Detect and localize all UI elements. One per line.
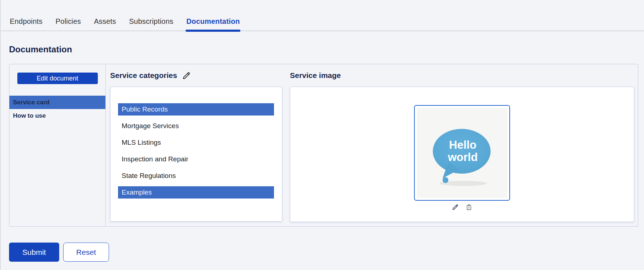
bubble-text-line2: world — [448, 151, 478, 164]
documentation-panel: Edit document Service card How to use Se… — [9, 64, 638, 227]
image-actions — [290, 203, 634, 211]
hello-world-image: Hello world — [417, 108, 507, 198]
category-item-state-regulations[interactable]: State Regulations — [118, 170, 274, 182]
document-list-sidebar: Edit document Service card How to use — [9, 64, 106, 226]
tab-policies[interactable]: Policies — [55, 17, 82, 31]
category-item-examples[interactable]: Examples — [118, 186, 274, 199]
pencil-icon[interactable] — [182, 71, 192, 80]
category-item-mortgage-services[interactable]: Mortgage Services — [118, 120, 274, 132]
category-item-inspection-and-repair[interactable]: Inspection and Repair — [118, 153, 274, 165]
page-title: Documentation — [9, 44, 644, 55]
doc-item-label: Service card — [13, 99, 49, 106]
tab-endpoints[interactable]: Endpoints — [9, 17, 43, 31]
service-image-title: Service image — [290, 71, 341, 80]
tab-documentation[interactable]: Documentation — [186, 17, 240, 31]
category-item-mls-listings[interactable]: MLS Listings — [118, 136, 274, 149]
trash-icon[interactable] — [465, 204, 473, 211]
service-image-thumbnail[interactable]: Hello world — [414, 105, 510, 201]
reset-button[interactable]: Reset — [63, 243, 109, 262]
tab-assets[interactable]: Assets — [93, 17, 117, 31]
submit-button[interactable]: Submit — [9, 243, 59, 262]
doc-item-label: How to use — [13, 112, 46, 119]
tab-bar: Endpoints Policies Assets Subscriptions … — [1, 0, 644, 31]
category-item-public-records[interactable]: Public Records — [118, 103, 274, 116]
service-categories-header: Service categories — [110, 70, 282, 80]
service-categories-title: Service categories — [110, 71, 177, 80]
service-image-header: Service image — [290, 70, 634, 80]
edit-document-button[interactable]: Edit document — [17, 73, 98, 84]
service-image-section: Service image — [286, 64, 638, 226]
service-categories-list: Public Records Mortgage Services MLS Lis… — [110, 87, 282, 222]
service-categories-section: Service categories Public Records Mortga… — [106, 64, 286, 226]
doc-item-service-card[interactable]: Service card — [9, 96, 105, 109]
bubble-text-line1: Hello — [449, 139, 477, 151]
service-image-box: Hello world — [290, 87, 634, 222]
form-actions: Submit Reset — [9, 243, 644, 262]
tab-subscriptions[interactable]: Subscriptions — [129, 17, 174, 31]
pencil-icon[interactable] — [452, 203, 460, 211]
doc-item-how-to-use[interactable]: How to use — [9, 109, 105, 122]
